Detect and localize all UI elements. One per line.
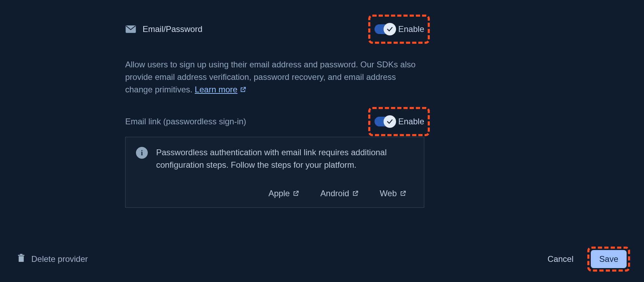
save-button-highlight: Save — [591, 250, 627, 268]
provider-description: Allow users to sign up using their email… — [125, 58, 424, 96]
platform-label: Android — [320, 189, 349, 198]
footer: Delete provider Cancel Save — [17, 250, 627, 268]
platform-link-android[interactable]: Android — [320, 189, 359, 198]
mail-icon — [125, 25, 136, 33]
external-link-icon — [352, 190, 359, 197]
svg-rect-2 — [18, 255, 24, 256]
email-link-enable-label: Enable — [398, 117, 424, 126]
provider-title-label: Email/Password — [143, 24, 202, 34]
info-box: i Passwordless authentication with email… — [125, 137, 424, 208]
email-link-enable-toggle-group: Enable — [375, 117, 424, 126]
check-icon — [384, 115, 396, 128]
svg-rect-3 — [20, 254, 22, 255]
info-text: Passwordless authentication with email l… — [156, 146, 413, 171]
delete-provider-button[interactable]: Delete provider — [17, 254, 88, 265]
platform-label: Web — [380, 189, 397, 198]
learn-more-label: Learn more — [195, 83, 238, 96]
external-link-icon — [240, 86, 247, 93]
delete-provider-label: Delete provider — [31, 254, 88, 264]
platform-label: Apple — [268, 189, 290, 198]
platform-link-apple[interactable]: Apple — [268, 189, 299, 198]
platform-links: Apple Android — [136, 189, 413, 198]
description-text: Allow users to sign up using their email… — [125, 60, 416, 94]
email-link-label: Email link (passwordless sign-in) — [125, 117, 246, 126]
provider-header: Email/Password Enable — [125, 24, 424, 34]
info-row: i Passwordless authentication with email… — [136, 146, 413, 171]
trash-icon — [17, 254, 25, 265]
email-password-enable-toggle[interactable] — [375, 24, 395, 34]
provider-title: Email/Password — [125, 24, 202, 34]
email-link-row: Email link (passwordless sign-in) Enable — [125, 117, 424, 126]
check-icon — [384, 23, 396, 35]
provider-settings-panel: Email/Password Enable Allow users to sig… — [125, 24, 424, 208]
email-password-enable-label: Enable — [398, 24, 424, 34]
footer-actions: Cancel Save — [548, 250, 627, 268]
email-link-enable-toggle[interactable] — [375, 117, 395, 126]
learn-more-link[interactable]: Learn more — [195, 83, 247, 96]
external-link-icon — [400, 190, 406, 197]
external-link-icon — [292, 190, 299, 197]
save-button[interactable]: Save — [591, 250, 627, 268]
platform-link-web[interactable]: Web — [380, 189, 406, 198]
info-icon: i — [136, 147, 148, 159]
svg-rect-1 — [19, 256, 24, 262]
cancel-button[interactable]: Cancel — [548, 254, 574, 264]
email-password-enable-toggle-group: Enable — [375, 24, 424, 34]
